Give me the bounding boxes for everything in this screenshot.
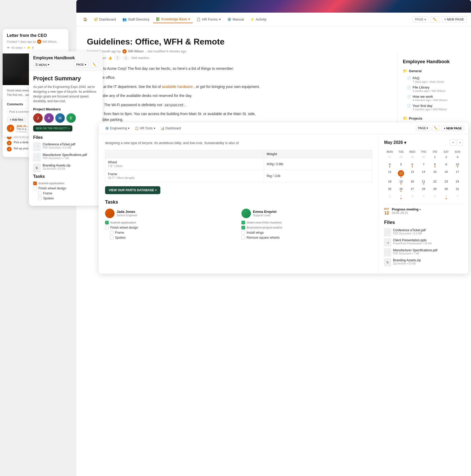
cal-day-27b[interactable]: 27 [407,186,418,194]
dash-nav-engineering[interactable]: ⚙️ Engineering ▾ [103,125,132,131]
cal-day-29[interactable]: 29 [407,154,418,162]
file-row-3[interactable]: 🗜 Branding Assets.zip Zip Archive • 53 K… [33,164,98,172]
cal-day-5[interactable]: 5 [395,162,407,169]
cal-day-9[interactable]: 9 [440,162,452,169]
cal-prev-btn[interactable]: ‹ [450,139,456,146]
jada-check-2[interactable] [105,226,109,229]
nav-manual[interactable]: ⚙️ Manual [225,16,247,23]
page-btn-sm[interactable]: PAGE ▾ [74,62,88,67]
dash-edit-btn[interactable]: ✏️ [432,125,440,131]
sidebar-item-faq[interactable]: 📄 FAQ 7 days ago • Jada Jones [403,75,466,84]
nav-dashboard[interactable]: 🧭 Dashboard [91,16,119,23]
cal-day-2[interactable]: 2 [440,154,452,162]
dash-file-2[interactable]: 📊 Client Presentation.pptx PowerPoint Pr… [384,238,463,246]
reaction-thumbs[interactable]: 👍 [108,56,112,60]
cal-day-30b[interactable]: 30 [440,186,452,194]
cal-day-29b[interactable]: 29 [429,186,440,194]
dash-nav-hrtools[interactable]: 📋 HR Tools ▾ [133,125,157,131]
dash-page-btn[interactable]: PAGE ▾ [416,125,430,131]
dash-file-3[interactable]: 📄 Manufacturer Specifications.pdf PDF Do… [384,248,463,256]
cal-day-27[interactable]: 27 [384,154,395,162]
sidebar-item-file-library[interactable]: 📄 File Library 2 weeks ago • Will Wilson [403,84,466,94]
cell-wheel-dim: Wheel7.8" / 20cm [105,158,264,170]
cal-day-4[interactable]: 4 [384,162,395,169]
reaction-count-badge[interactable]: 7 [114,56,121,60]
chevron-down-calendar[interactable]: ▾ [404,140,406,145]
cal-day-25[interactable]: 25 [384,186,395,194]
comment-time: 2 minutes... [16,130,29,133]
task-check-2[interactable] [33,187,37,190]
cal-day-8[interactable]: 8 [429,162,440,169]
cal-day-11[interactable]: 11 [384,169,395,179]
cal-day-10[interactable]: 10 [452,162,463,169]
add-reaction-btn[interactable]: Add reaction.. [131,56,151,60]
cal-day-1[interactable]: 1 [429,154,440,162]
view-db-button[interactable]: VIEW OUR PARTS DATABASE > [105,186,160,194]
cal-day-n6[interactable]: 6 [440,194,452,201]
cal-day-n5[interactable]: 5 [429,194,440,201]
nav-kb[interactable]: 📗 Knowledge Base ▾ [153,16,193,23]
cal-day-20[interactable]: 20 [407,179,418,186]
file-row-2[interactable]: 📄 Manufacturer Specifications.pdf PDF Do… [33,153,98,161]
dash-new-page-btn[interactable]: + NEW PAGE [441,126,464,131]
jada-check-sub-1[interactable] [110,231,113,234]
cal-day-n4[interactable]: 4 [418,194,429,201]
dash-file-1[interactable]: 📄 Conference eTicket.pdf PDF Document • … [384,228,463,236]
cal-day-14[interactable]: 14 [418,169,429,179]
cal-day-19[interactable]: 19 [395,179,407,186]
jada-check-1[interactable]: ✓ [105,221,109,224]
jada-check-sub-2[interactable] [110,236,113,239]
emma-check-4[interactable] [241,236,245,239]
cal-next-btn[interactable]: › [457,139,463,146]
cal-day-22[interactable]: 22 [429,179,440,186]
cal-day-n7[interactable]: 7 [452,194,463,201]
cal-day-30[interactable]: 30 [418,154,429,162]
task-check-3[interactable] [38,192,42,195]
cal-day-31[interactable]: 31 [452,186,463,194]
cal-day-23[interactable]: 23 [440,179,452,186]
nav-home[interactable]: 🏠 [81,16,90,23]
edit-button[interactable]: ✏️ [430,16,439,23]
cal-day-28[interactable]: 28 [395,154,407,162]
cal-day-15[interactable]: 15 [429,169,440,179]
cal-day-21[interactable]: 21 [418,179,429,186]
new-page-button[interactable]: + NEW PAGE [441,16,467,23]
cal-day-18[interactable]: 18 [384,179,395,186]
sidebar-item-first-day[interactable]: 📄 Your first day 2 months ago • Will Wil… [403,103,466,112]
new-project-button[interactable]: NEW ON THE PROJECT? > [33,125,72,131]
cal-day-7[interactable]: 7 [418,162,429,169]
file-row-1[interactable]: 📄 Conference eTicket.pdf PDF Document • … [33,143,98,151]
cal-day-n3[interactable]: 3 [407,194,418,201]
cal-day-6[interactable]: 6 [407,162,418,169]
cal-day-16[interactable]: 16 [440,169,452,179]
edit-btn-sm[interactable]: ✏️ [91,62,98,67]
cal-day-n1[interactable]: 1 [384,194,395,201]
cal-day-13[interactable]: 13 [407,169,418,179]
dash-nav-dashboard[interactable]: 📊 Dashboard [158,125,183,131]
cal-day-12-today[interactable]: 12 [395,169,407,179]
nav-activity[interactable]: ⚡ Activity [247,16,269,23]
sidebar-item-how-we-work[interactable]: 📄 How we work 4 minutes ago • Will Wilso… [403,94,466,103]
cal-day-n2[interactable]: 2 [395,194,407,201]
emma-check-2[interactable]: ✓ [241,226,245,229]
nav-staff[interactable]: 👥 Staff Directory [120,16,152,23]
table-row-wheel: Wheel7.8" / 20cm 400g / 0.8lb [105,158,372,170]
available-hardware-link[interactable]: available hardware [162,85,193,89]
task-col-emma: Emma Enqvist Support Lead ✓ Order new CN… [241,209,373,241]
reaction-1-badge[interactable]: 1 [123,56,129,60]
dash-file-4[interactable]: 🗜 Branding Assets.zip Zip Archive • 53 K… [384,258,463,266]
add-files-button[interactable]: + Add files [7,117,26,122]
task-check-4[interactable] [38,197,42,200]
cal-day-17[interactable]: 17 [452,169,463,179]
chevron-down-icon4: ▾ [154,126,155,130]
menu-button[interactable]: ☰ MENU ▾ [33,62,52,67]
task-check-1[interactable]: ✓ [33,181,37,185]
cal-day-26[interactable]: 26 [395,186,407,194]
cal-day-28b[interactable]: 28 [418,186,429,194]
emma-check-3[interactable] [241,231,245,234]
cal-day-3[interactable]: 3 [452,154,463,162]
nav-hrforms[interactable]: 📋 HR Forms ▾ [194,16,223,23]
cal-day-24[interactable]: 24 [452,179,463,186]
emma-check-1[interactable]: ✓ [241,221,245,224]
page-button[interactable]: PAGE ▾ [413,16,428,23]
